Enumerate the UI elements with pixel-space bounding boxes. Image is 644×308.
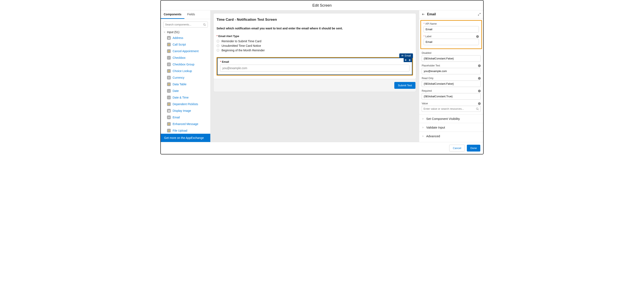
- highlighted-fields: *API Name *Labeli: [420, 20, 482, 49]
- email-component-highlight: ✥ 🗑 * Email: [216, 57, 413, 75]
- screen-title: Time Card - Notification Test Screen: [216, 17, 413, 22]
- component-icon: ✓: [167, 56, 171, 60]
- component-item[interactable]: ▣Display Image: [161, 107, 210, 114]
- footer-buttons-row: Submit Test: [214, 79, 416, 92]
- radio-icon: [216, 49, 220, 52]
- radio-group-label: * Email Alert Type: [216, 34, 413, 38]
- cancel-button[interactable]: Cancel: [449, 145, 464, 152]
- info-icon[interactable]: i: [478, 90, 481, 92]
- label-input[interactable]: [424, 39, 479, 45]
- search-icon: [203, 23, 206, 26]
- search-input-wrap[interactable]: [163, 21, 208, 27]
- placeholder-text-input[interactable]: [422, 68, 481, 74]
- properties-panel: Email *API Name *Labeli Disabled: [419, 10, 483, 142]
- category-label: Input (51): [167, 30, 180, 34]
- component-icon: ⚡: [167, 102, 171, 106]
- section-advanced[interactable]: Advanced: [419, 132, 483, 140]
- info-icon[interactable]: i: [478, 102, 481, 105]
- tab-components[interactable]: Components: [161, 10, 184, 19]
- required-input[interactable]: [422, 93, 481, 100]
- search-icon: [476, 107, 479, 110]
- appexchange-link[interactable]: Get more on the AppExchange: [161, 134, 210, 142]
- move-icon[interactable]: ✥: [404, 58, 408, 62]
- disabled-input[interactable]: [422, 55, 481, 62]
- component-icon: ⚡: [167, 69, 171, 73]
- chevron-right-icon: [422, 126, 424, 129]
- component-item[interactable]: ⚡Call Script: [161, 41, 210, 48]
- component-icon: $: [167, 76, 171, 79]
- component-controls: ✥ 🗑: [404, 58, 412, 62]
- required-label: Required: [422, 89, 432, 92]
- section-visibility[interactable]: Set Component Visibility: [419, 114, 483, 123]
- component-item[interactable]: ⚡Enhanced Message: [161, 121, 210, 127]
- info-icon[interactable]: i: [478, 77, 481, 80]
- api-name-input[interactable]: [424, 26, 479, 32]
- radio-icon: [216, 44, 220, 47]
- component-item[interactable]: ⚡Cancel Appointment: [161, 48, 210, 54]
- email-input[interactable]: [220, 65, 410, 72]
- component-icon: ⚡: [167, 43, 171, 46]
- submit-test-button[interactable]: Submit Test: [394, 82, 416, 89]
- radio-option[interactable]: Unsubmitted Time Card Notice: [216, 43, 413, 48]
- back-arrow-icon[interactable]: [422, 13, 425, 16]
- radio-icon: [216, 40, 220, 43]
- chevron-right-icon: [422, 118, 424, 120]
- component-item[interactable]: ▭Date & Time: [161, 94, 210, 101]
- svg-line-6: [478, 109, 479, 110]
- delete-icon[interactable]: 🗑: [408, 58, 412, 62]
- category-input[interactable]: Input (51): [161, 29, 210, 34]
- component-icon: ◉: [167, 36, 171, 40]
- radio-option[interactable]: Beginning of the Month Reminder: [216, 48, 413, 52]
- value-label: Value: [422, 102, 428, 105]
- chevron-right-icon: [422, 135, 424, 137]
- expand-icon[interactable]: [478, 13, 481, 16]
- component-item[interactable]: ⚡File Upload: [161, 127, 210, 134]
- email-field-label: * Email: [220, 60, 410, 63]
- modal-footer: Cancel Done: [161, 142, 483, 154]
- disabled-label: Disabled: [422, 51, 432, 54]
- value-input[interactable]: [424, 107, 476, 110]
- component-icon: ⚡: [167, 122, 171, 126]
- info-icon[interactable]: i: [478, 64, 481, 67]
- done-button[interactable]: Done: [467, 145, 480, 152]
- screen-instruction: Select which notification email you want…: [216, 27, 413, 30]
- component-item[interactable]: ▭Date: [161, 88, 210, 94]
- modal-title: Edit Screen: [161, 0, 483, 10]
- svg-point-5: [476, 108, 478, 109]
- component-item[interactable]: ✓Checkbox: [161, 54, 210, 61]
- component-type-tag: ✉Email: [399, 53, 413, 58]
- component-icon: ⚡: [167, 49, 171, 53]
- component-item[interactable]: $Currency: [161, 74, 210, 81]
- placeholder-text-label: Placeholder Text: [422, 64, 440, 67]
- component-item[interactable]: ⚡Choice Lookup: [161, 68, 210, 74]
- component-icon: ☑: [167, 62, 171, 66]
- search-input[interactable]: [165, 23, 203, 26]
- panel-header: Email: [419, 10, 483, 18]
- readonly-label: Read Only: [422, 77, 434, 80]
- component-item[interactable]: ✉Email: [161, 114, 210, 121]
- component-item[interactable]: ☑Checkbox Group: [161, 61, 210, 68]
- component-icon: ▭: [167, 89, 171, 93]
- email-component[interactable]: ✥ 🗑 * Email: [217, 58, 412, 75]
- radio-option[interactable]: Reminder to Submit Time Card: [216, 39, 413, 43]
- screen-canvas: Time Card - Notification Test Screen Sel…: [214, 13, 416, 79]
- canvas-panel: Time Card - Notification Test Screen Sel…: [210, 10, 419, 142]
- label-label: Label: [426, 35, 432, 38]
- panel-title: Email: [427, 12, 436, 16]
- component-list: ◉Address ⚡Call Script ⚡Cancel Appointmen…: [161, 34, 210, 134]
- component-icon: ✉: [167, 115, 171, 119]
- readonly-input[interactable]: [422, 80, 481, 87]
- sidebar-tabs: Components Fields: [161, 10, 210, 19]
- tab-fields[interactable]: Fields: [184, 10, 198, 19]
- mail-icon: ✉: [401, 54, 404, 57]
- component-item[interactable]: ⚡Data Table: [161, 81, 210, 88]
- info-icon[interactable]: i: [476, 35, 479, 38]
- section-validate[interactable]: Validate Input: [419, 123, 483, 132]
- svg-line-4: [478, 14, 479, 15]
- api-name-label: API Name: [426, 22, 437, 25]
- component-item[interactable]: ◉Address: [161, 34, 210, 41]
- svg-point-0: [204, 23, 205, 25]
- value-input-wrap[interactable]: [422, 106, 481, 112]
- component-item[interactable]: ⚡Dependent Picklists: [161, 101, 210, 107]
- component-icon: ▭: [167, 96, 171, 99]
